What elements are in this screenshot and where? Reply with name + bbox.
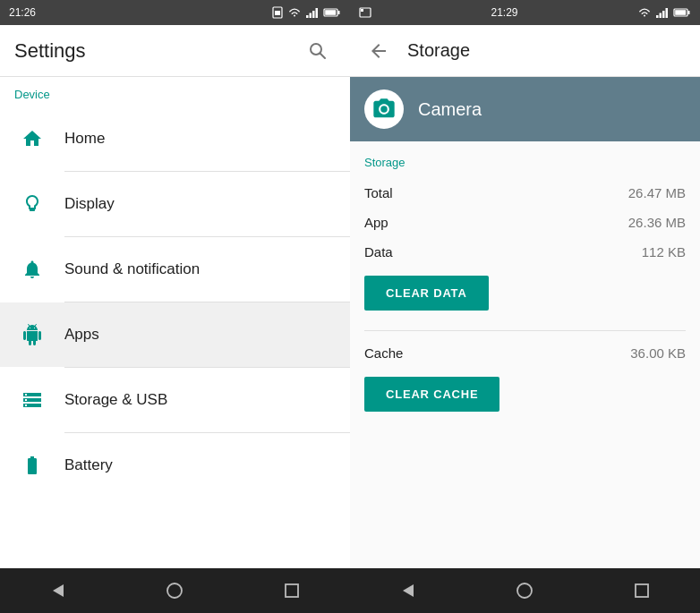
camera-app-name: Camera	[418, 99, 482, 120]
right-time: 21:29	[491, 6, 517, 19]
svg-rect-17	[660, 13, 662, 19]
back-triangle-icon	[49, 582, 67, 600]
storage-usb-label: Storage & USB	[64, 391, 167, 409]
display-label: Display	[64, 195, 115, 213]
apps-label: Apps	[64, 326, 99, 344]
recent-square-icon	[284, 583, 300, 599]
wifi-icon	[287, 6, 302, 19]
display-icon	[14, 186, 50, 222]
storage-section-heading: Storage	[364, 156, 686, 169]
svg-rect-16	[656, 15, 659, 18]
bell-icon	[14, 251, 50, 287]
storage-row-total: Total 26.47 MB	[364, 178, 686, 208]
recent-nav-button[interactable]	[269, 573, 314, 609]
search-icon	[308, 41, 328, 61]
home-label: Home	[64, 130, 105, 148]
data-size-value: 112 KB	[642, 244, 686, 260]
battery-settings-icon	[14, 447, 50, 483]
storage-row-data: Data 112 KB	[364, 237, 686, 267]
svg-rect-15	[361, 9, 363, 12]
app-size-label: App	[364, 215, 388, 230]
cache-value: 36.00 KB	[630, 345, 686, 361]
svg-rect-1	[275, 11, 280, 15]
svg-line-10	[320, 53, 326, 58]
storage-header: Storage	[350, 25, 700, 77]
storage-row-cache: Cache 36.00 KB	[364, 338, 686, 368]
svg-rect-3	[310, 13, 312, 19]
settings-item-storage[interactable]: Storage & USB	[0, 368, 350, 432]
settings-item-apps[interactable]: Apps	[0, 302, 350, 367]
notification-icon	[359, 7, 371, 18]
home-circle-icon	[166, 582, 184, 600]
svg-point-12	[167, 583, 182, 598]
svg-rect-13	[286, 584, 298, 597]
camera-icon-circle	[364, 89, 404, 129]
cache-divider	[364, 330, 686, 331]
storage-page-title: Storage	[407, 40, 470, 61]
device-section-label: Device	[0, 77, 350, 106]
sound-label: Sound & notification	[64, 260, 200, 278]
svg-rect-21	[688, 11, 690, 14]
battery-icon	[323, 6, 341, 19]
right-battery-icon	[673, 6, 691, 19]
settings-item-battery[interactable]: Battery	[0, 433, 350, 498]
right-signal-icon	[655, 6, 670, 19]
right-status-icons	[637, 6, 691, 19]
svg-marker-24	[403, 584, 414, 597]
right-panel: 21:29 Storage	[350, 0, 700, 613]
home-icon	[14, 121, 50, 157]
svg-rect-7	[338, 11, 340, 14]
right-wifi-icon	[637, 6, 652, 19]
camera-card: Camera	[350, 77, 700, 141]
sim-icon	[271, 6, 284, 19]
settings-list: Device Home Display Sound & notification	[0, 77, 350, 568]
svg-point-23	[380, 106, 387, 112]
camera-icon	[371, 97, 397, 122]
right-left-icons	[359, 7, 371, 18]
left-status-icons	[271, 6, 341, 19]
svg-rect-2	[306, 15, 309, 18]
svg-rect-4	[312, 11, 315, 18]
right-recent-nav-button[interactable]	[619, 573, 664, 609]
svg-marker-11	[53, 584, 64, 597]
storage-icon	[14, 382, 50, 418]
settings-item-sound[interactable]: Sound & notification	[0, 237, 350, 302]
back-arrow-icon	[368, 40, 389, 62]
svg-rect-19	[666, 8, 669, 18]
storage-content: Storage Total 26.47 MB App 26.36 MB Data…	[350, 141, 700, 568]
android-icon	[14, 317, 50, 353]
left-time: 21:26	[9, 6, 36, 19]
right-back-triangle-icon	[399, 582, 417, 600]
right-back-nav-button[interactable]	[386, 573, 431, 609]
total-label: Total	[364, 185, 393, 200]
total-value: 26.47 MB	[628, 185, 686, 200]
settings-header: Settings	[0, 25, 350, 77]
svg-rect-22	[675, 10, 686, 15]
svg-point-25	[517, 583, 532, 598]
back-button[interactable]	[364, 37, 393, 65]
home-nav-button[interactable]	[152, 573, 197, 609]
signal-icon	[305, 6, 320, 19]
settings-item-display[interactable]: Display	[0, 172, 350, 236]
svg-rect-5	[316, 8, 319, 18]
settings-item-home[interactable]: Home	[0, 106, 350, 171]
right-home-nav-button[interactable]	[502, 573, 547, 609]
right-recent-square-icon	[634, 583, 650, 599]
left-nav-bar	[0, 568, 350, 613]
battery-label: Battery	[64, 456, 113, 474]
storage-row-app: App 26.36 MB	[364, 208, 686, 237]
clear-cache-button[interactable]: CLEAR CACHE	[364, 377, 499, 412]
search-button[interactable]	[300, 33, 336, 69]
app-size-value: 26.36 MB	[628, 215, 686, 230]
cache-label: Cache	[364, 345, 403, 361]
svg-rect-18	[662, 11, 665, 18]
clear-data-button[interactable]: CLEAR DATA	[364, 276, 489, 311]
settings-title: Settings	[14, 39, 86, 63]
svg-rect-26	[636, 584, 648, 597]
left-status-bar: 21:26	[0, 0, 350, 25]
svg-rect-8	[325, 10, 336, 15]
back-nav-button[interactable]	[36, 573, 81, 609]
data-size-label: Data	[364, 244, 393, 260]
left-panel: 21:26 Set	[0, 0, 350, 613]
right-home-circle-icon	[516, 582, 534, 600]
